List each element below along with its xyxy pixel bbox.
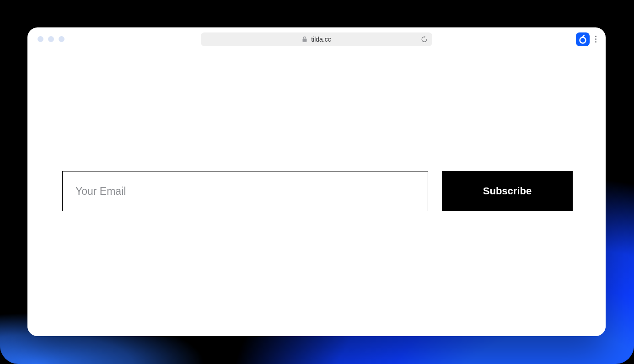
subscribe-button[interactable]: Subscribe xyxy=(442,171,573,211)
window-control-zoom[interactable] xyxy=(59,36,64,42)
lock-icon xyxy=(302,36,307,42)
app-frame: tilda.cc xyxy=(0,0,634,364)
svg-point-1 xyxy=(580,37,586,43)
address-bar[interactable]: tilda.cc xyxy=(201,32,432,46)
extension-badge[interactable] xyxy=(576,32,590,46)
titlebar-right xyxy=(576,32,597,46)
subscribe-form: Subscribe xyxy=(62,171,573,211)
kebab-menu-icon[interactable] xyxy=(594,34,597,44)
extension-icon xyxy=(578,34,587,44)
page-content: Subscribe xyxy=(27,51,606,336)
svg-rect-0 xyxy=(303,39,307,42)
email-field[interactable] xyxy=(62,171,428,211)
browser-titlebar: tilda.cc xyxy=(27,27,606,51)
browser-window: tilda.cc xyxy=(27,27,606,336)
window-controls xyxy=(38,36,64,42)
reload-icon[interactable] xyxy=(421,36,428,43)
window-control-close[interactable] xyxy=(38,36,43,42)
window-control-minimize[interactable] xyxy=(48,36,54,42)
address-url: tilda.cc xyxy=(311,36,331,43)
